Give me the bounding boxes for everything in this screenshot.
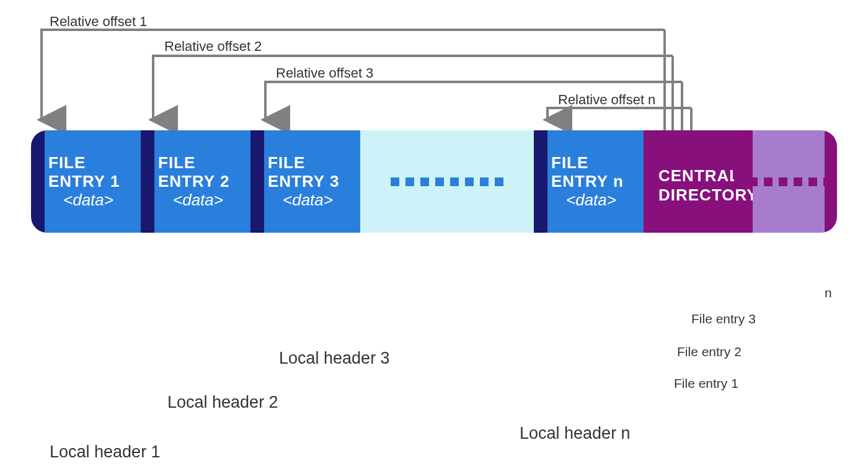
central-dir-tail <box>753 130 825 233</box>
offset-label-2: Relative offset 2 <box>164 38 262 55</box>
local-header-1-stripe <box>31 130 45 233</box>
central-dir-header-stripe <box>644 130 653 233</box>
file-entry-2-line1: FILE <box>158 154 244 173</box>
file-entry-2-data: <data> <box>158 191 244 210</box>
local-header-2-label: Local header 2 <box>167 393 278 412</box>
file-entry-label-n: n <box>825 285 832 300</box>
local-header-3-label: Local header 3 <box>279 349 390 368</box>
local-header-2-stripe <box>141 130 154 233</box>
arrow-overlay <box>31 0 837 471</box>
local-header-n-stripe <box>534 130 547 233</box>
file-entry-label-1: File entry 1 <box>674 376 738 391</box>
file-entry-n: FILE ENTRY n <data> <box>547 130 644 233</box>
file-entry-2-line2: ENTRY 2 <box>158 173 244 191</box>
file-entry-3-data: <data> <box>268 191 354 210</box>
local-header-n-label: Local header n <box>520 424 631 443</box>
file-entry-3-line1: FILE <box>268 154 354 173</box>
file-entry-n-line1: FILE <box>551 154 637 173</box>
file-entry-label-3: File entry 3 <box>691 312 756 326</box>
offset-label-n: Relative offset n <box>558 92 655 108</box>
file-entry-3-line2: ENTRY 3 <box>268 173 354 191</box>
file-entry-2: FILE ENTRY 2 <data> <box>154 130 250 233</box>
file-entry-1-data: <data> <box>48 191 135 210</box>
file-entry-label-2: File entry 2 <box>677 344 742 359</box>
offset-label-1: Relative offset 1 <box>50 14 147 30</box>
file-entry-n-line2: ENTRY n <box>551 173 637 191</box>
file-entry-n-data: <data> <box>551 191 637 210</box>
local-header-3-stripe <box>250 130 264 233</box>
central-dir-line2: DIRECTORY <box>658 186 748 205</box>
file-entry-3: FILE ENTRY 3 <data> <box>264 130 360 233</box>
ellipsis-dots <box>391 177 503 186</box>
offset-label-3: Relative offset 3 <box>276 65 373 81</box>
central-dir-dots <box>734 177 832 186</box>
file-entry-1-line2: ENTRY 1 <box>48 173 135 191</box>
zip-layout-bar: FILE ENTRY 1 <data> FILE ENTRY 2 <data> … <box>31 130 837 233</box>
file-entry-1-line1: FILE <box>48 154 135 173</box>
ellipsis-gap <box>360 130 534 233</box>
local-header-1-label: Local header 1 <box>50 442 161 462</box>
file-entry-1: FILE ENTRY 1 <data> <box>45 130 141 233</box>
diagram-canvas: Relative offset 1 Relative offset 2 Rela… <box>31 0 837 471</box>
